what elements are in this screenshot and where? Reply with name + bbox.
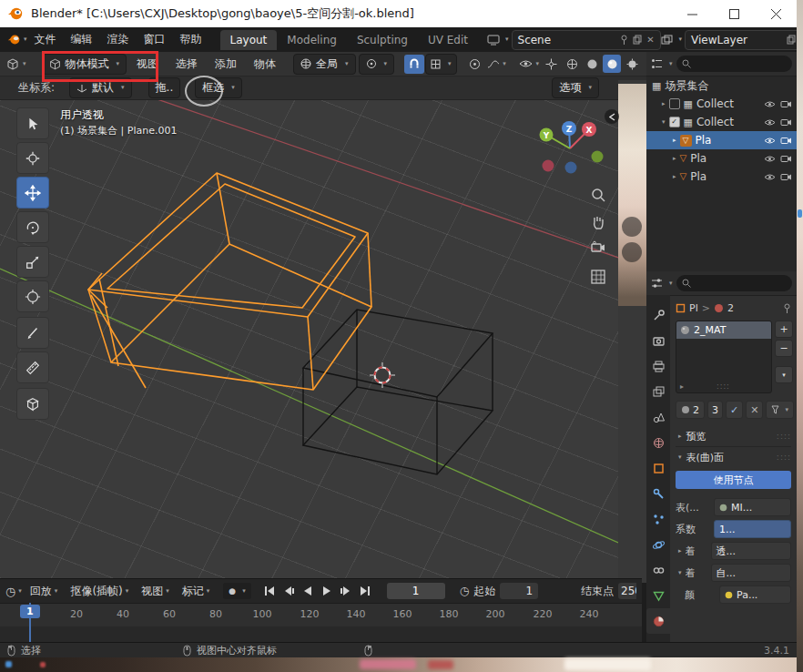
- current-frame-field[interactable]: 1: [387, 583, 445, 599]
- shading-wireframe-button[interactable]: [563, 55, 581, 73]
- proportional-edit-toggle[interactable]: [465, 55, 485, 74]
- fake-user-toggle[interactable]: ✓: [726, 401, 743, 419]
- menu-file[interactable]: 文件: [27, 29, 64, 50]
- chevron-down-icon[interactable]: ▾: [669, 61, 673, 67]
- pin-icon[interactable]: [783, 303, 791, 313]
- camera-icon[interactable]: [780, 99, 792, 108]
- shader1-dropdown[interactable]: 透...: [711, 542, 791, 560]
- surface-section[interactable]: ▾ 表(曲)面 ::::: [676, 447, 791, 467]
- tab-particles[interactable]: [646, 506, 670, 532]
- prev-keyframe-button[interactable]: [280, 583, 298, 599]
- outliner-row-collection-1[interactable]: ▸ ▦ Collect: [646, 95, 797, 113]
- outliner-row-object-selected[interactable]: ▸ ▽ Pla: [646, 131, 797, 149]
- camera-icon[interactable]: [780, 154, 792, 163]
- tab-view-layer[interactable]: [646, 379, 670, 404]
- timeline-editor-button[interactable]: ◷ ▾: [5, 585, 22, 598]
- tab-constraints[interactable]: [646, 557, 670, 583]
- menu-keying[interactable]: 抠像(插帧)▾: [66, 582, 133, 601]
- slot-list-grip[interactable]: ::::: [717, 382, 730, 391]
- remove-slot-button[interactable]: −: [775, 340, 793, 357]
- users-count-button[interactable]: 3: [707, 401, 723, 419]
- play-reverse-button[interactable]: [299, 583, 317, 599]
- transform-orientation-dropdown[interactable]: 全局 ▾: [293, 54, 356, 75]
- timeline-track-area[interactable]: [0, 626, 642, 643]
- menu-playback[interactable]: 回放▾: [25, 582, 63, 601]
- exclude-checkbox-checked[interactable]: ✓: [669, 117, 680, 127]
- workspace-tab-modeling[interactable]: Modeling: [277, 30, 347, 50]
- sliver-zoom-button[interactable]: [622, 217, 642, 237]
- outliner-editor-icon[interactable]: [651, 58, 663, 69]
- scale-tool[interactable]: [16, 246, 49, 278]
- eye-icon[interactable]: [764, 118, 776, 127]
- secondary-viewport[interactable]: [618, 80, 646, 583]
- shading-material-button[interactable]: [603, 55, 621, 73]
- clock-icon[interactable]: ◷: [460, 585, 469, 597]
- pivot-point-dropdown[interactable]: ▾: [359, 54, 395, 75]
- shading-rendered-button[interactable]: [623, 55, 641, 73]
- tab-object[interactable]: [646, 455, 670, 481]
- properties-search[interactable]: [676, 275, 792, 291]
- show-overlays-dropdown[interactable]: ▾: [519, 59, 539, 68]
- menu-view[interactable]: 视图▾: [137, 582, 174, 601]
- jump-to-start-button[interactable]: [260, 583, 279, 599]
- tab-output[interactable]: [646, 353, 670, 379]
- drag-button[interactable]: 拖..: [148, 77, 181, 98]
- sliver-pan-button[interactable]: [622, 242, 642, 262]
- surface-shader-dropdown[interactable]: MI...: [714, 498, 791, 516]
- preview-section[interactable]: ▸ 预览 ::::: [676, 426, 791, 446]
- slot-list-expand[interactable]: ▸: [680, 382, 684, 391]
- menu-object[interactable]: 物体: [247, 54, 283, 75]
- play-button[interactable]: [318, 583, 336, 599]
- camera-icon[interactable]: [780, 117, 792, 127]
- tab-tool[interactable]: [646, 302, 670, 328]
- material-specials-dropdown[interactable]: ▾: [766, 401, 794, 419]
- menu-view[interactable]: 视图: [129, 54, 166, 75]
- outliner-row-collection-2[interactable]: ▾ ✓ ▦ Collect: [646, 113, 797, 131]
- chevron-down-icon[interactable]: ▾: [505, 36, 509, 43]
- expand-icon[interactable]: ▾: [678, 570, 682, 576]
- snap-toggle[interactable]: [404, 55, 424, 74]
- scene-field[interactable]: Scene ✕: [512, 30, 661, 50]
- chevron-down-icon[interactable]: ▾: [669, 280, 673, 287]
- use-nodes-button[interactable]: 使用节点: [676, 471, 791, 489]
- outliner-row-object-3[interactable]: ▸ ▽ Pla: [646, 168, 797, 186]
- annotate-tool[interactable]: [16, 317, 49, 349]
- mode-dropdown[interactable]: 物体模式 ▾: [42, 54, 127, 75]
- rotate-tool[interactable]: [16, 211, 49, 243]
- tab-scene[interactable]: [646, 404, 670, 430]
- menu-marker[interactable]: 标记▾: [178, 582, 215, 601]
- gizmos-toggle[interactable]: [541, 55, 561, 74]
- tab-material[interactable]: [646, 608, 670, 634]
- menu-add[interactable]: 添加: [208, 54, 244, 75]
- pin-icon[interactable]: [620, 35, 628, 45]
- viewlayer-browse-icon[interactable]: [661, 35, 674, 46]
- viewport-canvas[interactable]: 用户透视 (1) 场景集合 | Plane.001: [0, 100, 618, 578]
- maximize-button[interactable]: [713, 0, 755, 27]
- minimize-button[interactable]: [671, 0, 713, 27]
- start-frame-field[interactable]: 1: [500, 583, 538, 599]
- zoom-button[interactable]: [590, 187, 606, 203]
- eye-icon[interactable]: [764, 173, 776, 181]
- end-frame-field[interactable]: 250: [618, 583, 636, 599]
- slot-specials-button[interactable]: ▾: [775, 366, 793, 383]
- menu-edit[interactable]: 编辑: [64, 29, 100, 50]
- unlink-material-button[interactable]: ✕: [746, 401, 763, 419]
- exclude-checkbox[interactable]: [669, 98, 680, 109]
- browse-material-dropdown[interactable]: 2: [676, 401, 705, 419]
- menu-help[interactable]: 帮助: [173, 29, 209, 50]
- select-box-dropdown[interactable]: 框选 ▾: [195, 77, 242, 98]
- snap-target-dropdown[interactable]: ▾: [425, 54, 457, 75]
- copy-icon[interactable]: [787, 35, 796, 45]
- eye-icon[interactable]: [764, 137, 776, 145]
- expand-icon[interactable]: ▾: [662, 119, 666, 126]
- workspace-tab-sculpting[interactable]: Sculpting: [347, 30, 418, 50]
- select-box-tool[interactable]: [16, 107, 49, 139]
- tab-world[interactable]: [646, 430, 670, 455]
- scene-browse-icon[interactable]: [487, 35, 500, 46]
- transform-tool[interactable]: [16, 280, 49, 312]
- editor-type-button[interactable]: ▾: [5, 57, 26, 71]
- cursor-tool[interactable]: [16, 142, 49, 174]
- jump-to-end-button[interactable]: [356, 583, 374, 599]
- eye-icon[interactable]: [764, 100, 776, 108]
- menu-select[interactable]: 选择: [168, 54, 205, 75]
